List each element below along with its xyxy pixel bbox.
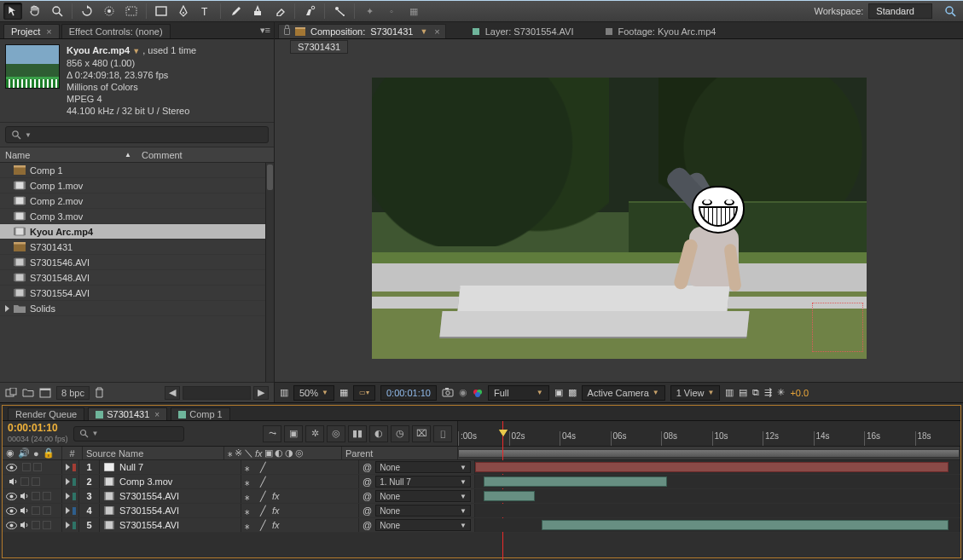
anchor-tool[interactable] <box>122 3 141 20</box>
rotation-tool[interactable] <box>78 3 96 20</box>
pickwhip-icon[interactable]: @ <box>363 491 372 501</box>
project-item[interactable]: Comp 3.mov <box>0 209 274 224</box>
viewer-tab-composition[interactable]: Composition: S7301431 ▼ × <box>278 24 446 38</box>
layer-color-swatch[interactable] <box>73 478 76 486</box>
project-item[interactable]: Comp 1 <box>0 163 274 178</box>
layer-track[interactable] <box>475 475 960 488</box>
solo-toggle[interactable] <box>20 477 29 486</box>
layer-switches[interactable]: ⁎╱fx <box>241 518 359 532</box>
viewer-tab-footage[interactable]: Footage: Kyou Arc.mp4 <box>600 25 722 38</box>
timeline-link-icon[interactable]: ⧉ <box>752 387 759 398</box>
col-header-name[interactable]: Name ▲ <box>0 147 136 162</box>
pixel-aspect-icon[interactable]: ▥ <box>725 387 734 398</box>
tab-render-queue[interactable]: Render Queue <box>8 407 84 420</box>
col-header-num[interactable]: # <box>62 447 83 459</box>
tl-toggle-brainstorm[interactable]: ◐ <box>369 425 388 442</box>
twirl-icon[interactable] <box>66 522 70 528</box>
viewer-subtab[interactable]: S7301431 <box>290 40 348 54</box>
tl-toggle-draft3d[interactable]: ✲ <box>305 425 324 442</box>
parent-dropdown[interactable]: 1. Null 7▼ <box>375 476 471 488</box>
tl-toggle-frame-blend[interactable]: ◎ <box>327 425 345 442</box>
asset-dropdown-icon[interactable]: ▼ <box>132 47 140 55</box>
audio-toggle[interactable] <box>20 521 29 529</box>
text-tool[interactable]: T <box>196 3 215 20</box>
interpret-footage-icon[interactable] <box>5 388 17 398</box>
lock-toggle[interactable] <box>33 463 42 471</box>
timeline-timecode[interactable]: 0:00:01:10 00034 (24.00 fps) <box>8 423 68 444</box>
fast-preview-icon[interactable]: ▤ <box>739 387 747 398</box>
hand-tool[interactable] <box>26 3 44 20</box>
selection-tool[interactable] <box>3 3 22 20</box>
audio-toggle[interactable] <box>20 492 29 500</box>
parent-dropdown[interactable]: None▼ <box>375 519 471 531</box>
composition-canvas[interactable] <box>372 78 867 359</box>
visibility-toggle[interactable] <box>6 522 17 529</box>
pickwhip-icon[interactable]: @ <box>363 505 372 516</box>
pickwhip-icon[interactable]: @ <box>363 520 372 530</box>
project-bpc[interactable]: 8 bpc <box>56 386 90 400</box>
selection-marquee[interactable] <box>812 303 863 352</box>
solo-toggle[interactable] <box>32 506 40 515</box>
layer-switches[interactable]: ⁎╱ <box>241 475 359 488</box>
lock-toggle[interactable] <box>43 506 51 515</box>
lock-icon[interactable] <box>284 28 290 35</box>
layer-bar[interactable] <box>542 520 948 530</box>
pickwhip-icon[interactable]: @ <box>363 462 372 472</box>
tl-toggle-comp[interactable]: ▣ <box>284 425 303 442</box>
layer-switches[interactable]: ⁎╱fx <box>241 504 359 517</box>
tl-toggle-autokey[interactable]: ◷ <box>391 425 409 442</box>
audio-toggle[interactable] <box>20 506 29 515</box>
exposure-value[interactable]: +0.0 <box>790 388 809 398</box>
lock-toggle[interactable] <box>43 521 51 529</box>
frame-forward-button[interactable]: ▶ <box>253 386 269 400</box>
lock-toggle[interactable] <box>43 492 51 500</box>
tab-timeline-comp1[interactable]: Comp 1 <box>171 407 230 420</box>
solo-toggle[interactable] <box>22 463 31 471</box>
search-dropdown-icon[interactable]: ▼ <box>25 131 32 139</box>
new-folder-icon[interactable] <box>22 388 34 397</box>
layer-switches[interactable]: ⁎╱fx <box>241 489 359 503</box>
tl-toggle-snap[interactable]: ⌷ <box>433 425 452 442</box>
tab-project[interactable]: Project × <box>3 24 60 38</box>
flowchart-icon[interactable]: ⇶ <box>764 387 772 398</box>
layer-color-swatch[interactable] <box>73 507 76 515</box>
col-header-comment[interactable]: Comment <box>136 147 274 162</box>
show-snapshot-icon[interactable]: ◉ <box>459 387 467 398</box>
timeline-layer-row[interactable]: 4S7301554.AVI⁎╱fx@None▼ <box>3 504 960 518</box>
frame-back-button[interactable]: ◀ <box>165 386 180 400</box>
tl-toggle-motion-blur[interactable]: ▮▮ <box>348 425 367 442</box>
toolstrip-extra-3[interactable]: ▦ <box>404 3 423 20</box>
rectangle-tool[interactable] <box>152 3 171 20</box>
visibility-toggle[interactable] <box>6 464 17 471</box>
visibility-toggle[interactable] <box>6 507 17 515</box>
work-area-bar[interactable] <box>458 449 960 458</box>
project-item[interactable]: Comp 1.mov <box>0 178 274 193</box>
solo-toggle[interactable] <box>32 492 40 500</box>
viewer-timecode[interactable]: 0:00:01:10 <box>380 385 437 401</box>
parent-dropdown[interactable]: None▼ <box>375 461 471 473</box>
roi-icon[interactable]: ▣ <box>554 387 563 398</box>
transparency-grid-icon[interactable]: ▩ <box>568 387 577 398</box>
eraser-tool[interactable] <box>270 3 289 20</box>
layer-bar[interactable] <box>475 462 948 472</box>
tl-toggle-graph[interactable]: ⌧ <box>412 425 431 442</box>
tab-effect-controls[interactable]: Effect Controls: (none) <box>61 24 171 38</box>
panel-menu-icon[interactable]: ▾≡ <box>260 25 270 36</box>
snapshot-icon[interactable] <box>442 388 454 397</box>
layer-track[interactable] <box>475 504 960 517</box>
layer-track[interactable] <box>475 518 960 532</box>
twirl-icon[interactable] <box>5 305 9 312</box>
project-item[interactable]: S7301546.AVI <box>0 255 274 270</box>
time-ruler[interactable]: :00s02s04s06s08s10s12s14s16s18s <box>458 421 960 446</box>
project-item[interactable]: Solids <box>0 301 274 316</box>
layer-track[interactable] <box>475 489 960 503</box>
pickwhip-icon[interactable]: @ <box>363 476 372 487</box>
grid-toggle-icon[interactable]: ▦ <box>339 387 348 398</box>
layer-color-swatch[interactable] <box>73 493 76 500</box>
layer-track[interactable] <box>475 460 960 474</box>
puppet-tool[interactable] <box>330 3 349 20</box>
camera-tool[interactable] <box>100 3 119 20</box>
asset-thumbnail[interactable] <box>5 44 60 89</box>
toolstrip-extra-1[interactable]: ✦ <box>360 3 379 20</box>
magnify-icon[interactable]: ▥ <box>280 387 288 398</box>
